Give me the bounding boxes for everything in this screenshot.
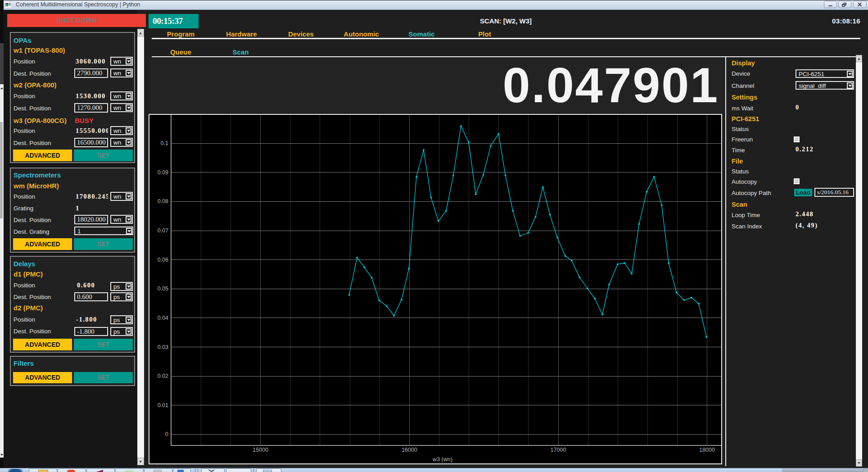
svg-text:0.1: 0.1 bbox=[161, 140, 168, 146]
svg-text:0.05: 0.05 bbox=[158, 286, 168, 292]
svg-text:0.02: 0.02 bbox=[158, 373, 168, 379]
svg-text:0.09: 0.09 bbox=[158, 169, 168, 176]
svg-text:0.03: 0.03 bbox=[158, 344, 168, 350]
svg-text:18000: 18000 bbox=[699, 447, 715, 453]
svg-text:15000: 15000 bbox=[253, 447, 268, 453]
svg-text:0.08: 0.08 bbox=[158, 198, 168, 204]
svg-text:0.06: 0.06 bbox=[158, 257, 168, 263]
svg-text:0.01: 0.01 bbox=[158, 402, 168, 408]
svg-text:16000: 16000 bbox=[402, 447, 417, 453]
svg-text:17000: 17000 bbox=[551, 447, 566, 453]
svg-text:0.07: 0.07 bbox=[158, 227, 168, 234]
svg-text:0.04: 0.04 bbox=[158, 315, 168, 321]
svg-text:0: 0 bbox=[165, 431, 168, 437]
svg-text:w3 (wn): w3 (wn) bbox=[432, 456, 452, 463]
